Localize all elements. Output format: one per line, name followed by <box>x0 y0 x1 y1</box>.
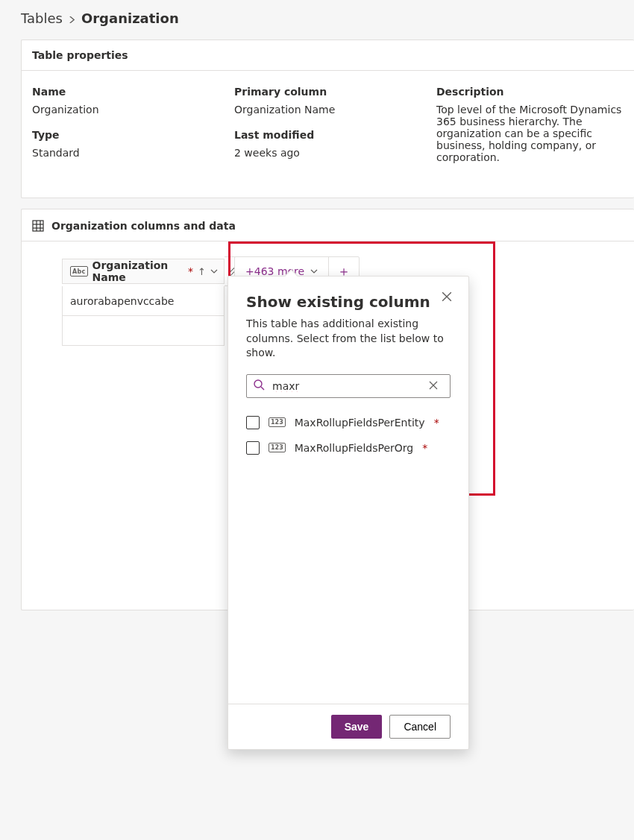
prop-modified-label: Last modified <box>234 129 421 141</box>
prop-description-label: Description <box>436 86 624 98</box>
prop-description-value: Top level of the Microsoft Dynamics 365 … <box>436 104 624 163</box>
svg-line-6 <box>261 387 264 390</box>
svg-rect-0 <box>33 221 43 231</box>
column-search-input[interactable] <box>246 374 451 398</box>
cancel-button[interactable]: Cancel <box>389 715 451 739</box>
chevron-down-icon[interactable] <box>210 265 218 277</box>
number-type-icon: 123 <box>269 443 286 452</box>
table-properties-card: Table properties Name Organization Type … <box>21 40 634 198</box>
search-icon <box>253 379 271 393</box>
column-header-label: Organization Name <box>92 259 184 283</box>
show-existing-column-popover: Show existing column This table has addi… <box>227 276 469 750</box>
prop-primary-label: Primary column <box>234 86 421 98</box>
prop-primary-value: Organization Name <box>234 104 421 116</box>
table-row-empty <box>62 316 225 346</box>
sort-ascending-icon: ↑ <box>198 266 206 277</box>
search-field[interactable] <box>271 379 429 393</box>
cell-organization-name: aurorabapenvccabe <box>70 295 174 307</box>
close-button[interactable] <box>442 291 452 304</box>
breadcrumb-root[interactable]: Tables <box>21 10 63 26</box>
grid-icon <box>32 220 44 232</box>
prop-name-label: Name <box>32 86 219 98</box>
save-button[interactable]: Save <box>331 715 383 739</box>
text-type-icon: Abc <box>70 266 88 277</box>
required-asterisk: * <box>422 442 427 454</box>
columns-section-title: Organization columns and data <box>51 220 236 232</box>
required-asterisk: * <box>188 265 193 277</box>
clear-search-button[interactable] <box>429 380 444 392</box>
prop-type-label: Type <box>32 129 219 141</box>
column-option-label: MaxRollupFieldsPerEntity <box>295 417 425 429</box>
prop-name-value: Organization <box>32 104 219 116</box>
table-row[interactable]: aurorabapenvccabe <box>62 286 225 316</box>
checkbox[interactable] <box>246 441 260 455</box>
card-title: Table properties <box>22 40 634 71</box>
popover-title: Show existing column <box>246 293 451 311</box>
checkbox[interactable] <box>246 416 260 429</box>
popover-subtitle: This table has additional existing colum… <box>246 317 451 361</box>
number-type-icon: 123 <box>269 417 286 427</box>
prop-modified-value: 2 weeks ago <box>234 147 421 159</box>
required-asterisk: * <box>434 417 439 429</box>
breadcrumb-current: Organization <box>81 10 179 26</box>
breadcrumb: Tables Organization <box>21 10 634 26</box>
column-header-organization-name[interactable]: Abc Organization Name * ↑ <box>62 259 225 284</box>
column-option-label: MaxRollupFieldsPerOrg <box>295 442 413 454</box>
chevron-right-icon <box>69 10 75 26</box>
svg-point-5 <box>254 380 262 388</box>
prop-type-value: Standard <box>32 147 219 159</box>
column-option[interactable]: 123 MaxRollupFieldsPerEntity * <box>246 410 451 435</box>
column-option[interactable]: 123 MaxRollupFieldsPerOrg * <box>246 435 451 461</box>
